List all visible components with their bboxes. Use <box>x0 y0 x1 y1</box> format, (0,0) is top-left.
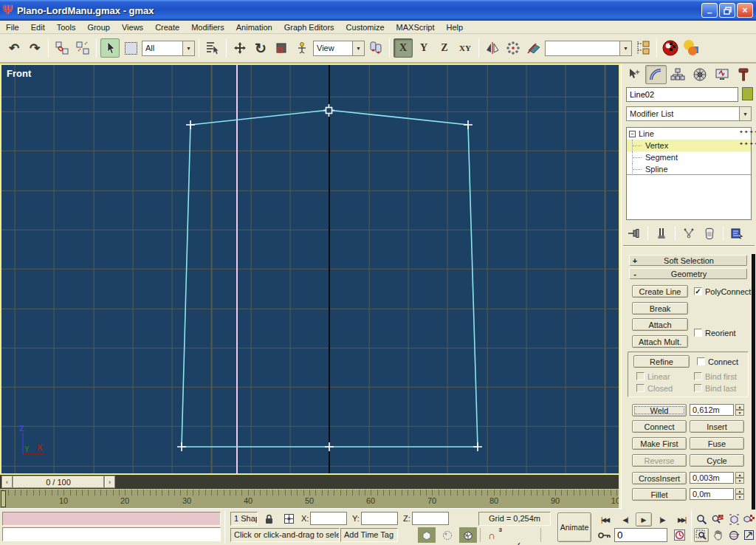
spinner-up-icon[interactable]: ▲ <box>735 472 744 478</box>
viewport-canvas[interactable]: Front X <box>1 65 619 473</box>
absolute-offset-mode-toggle[interactable] <box>281 512 297 526</box>
show-end-result-button[interactable] <box>652 225 671 241</box>
tab-display[interactable] <box>711 65 733 84</box>
maxscript-listener-pink-line[interactable] <box>2 512 221 526</box>
previous-frame-button[interactable]: ◀| <box>617 513 633 527</box>
refine-button[interactable]: Refine <box>633 355 690 368</box>
go-to-start-button[interactable]: |◀◀ <box>595 513 614 527</box>
attach-button[interactable]: Attach <box>632 318 688 331</box>
pin-stack-button[interactable] <box>625 225 644 241</box>
reference-coordinate-system-dropdown[interactable]: View ▼ <box>313 41 365 56</box>
snap-toggle-3d[interactable]: ∩3 <box>483 527 501 543</box>
restore-button[interactable] <box>719 3 735 18</box>
weld-button[interactable]: Weld <box>632 404 687 417</box>
current-frame-input[interactable] <box>614 528 667 542</box>
select-and-scale-button[interactable] <box>272 38 291 58</box>
select-and-rotate-button[interactable]: ↻ <box>251 38 270 58</box>
break-button[interactable]: Break <box>632 302 688 315</box>
selected-vertex-marker[interactable] <box>323 104 334 117</box>
selection-lock-toggle[interactable] <box>261 512 277 526</box>
polyconnect-checkbox[interactable]: ✓ <box>694 287 702 295</box>
time-slider-handle[interactable]: 0 / 100 <box>13 476 104 488</box>
z-coordinate-input[interactable] <box>412 512 449 525</box>
material-navigator-button[interactable] <box>661 38 680 58</box>
refine-connect-checkbox[interactable] <box>697 357 705 366</box>
collapse-icon[interactable]: − <box>629 131 636 137</box>
play-animation-button[interactable]: ▶ <box>636 513 652 527</box>
menu-animation[interactable]: Animation <box>230 22 278 32</box>
select-by-name-button[interactable] <box>203 38 222 58</box>
selection-filter-dropdown[interactable]: All ▼ <box>142 41 195 56</box>
weld-threshold-field[interactable]: 0,612m <box>690 404 734 416</box>
zoom-extents-button[interactable] <box>726 513 741 527</box>
rollout-scrollbar[interactable] <box>752 254 755 510</box>
restrict-z-button[interactable]: Z <box>435 38 454 58</box>
front-viewport[interactable]: Front X <box>0 64 620 475</box>
spinner-up-icon[interactable]: ▲ <box>735 404 744 410</box>
cycle-button[interactable]: Cycle <box>690 454 744 467</box>
menu-help[interactable]: Help <box>441 22 470 32</box>
menu-maxscript[interactable]: MAXScript <box>391 22 441 32</box>
add-time-tag[interactable]: Add Time Tag <box>340 528 398 542</box>
next-frame-button[interactable]: |▶ <box>654 513 670 527</box>
menu-customize[interactable]: Customize <box>340 22 391 32</box>
x-coordinate-input[interactable] <box>310 512 347 525</box>
zoom-all-button[interactable] <box>710 513 725 527</box>
make-first-button[interactable]: Make First <box>632 437 687 450</box>
restrict-y-button[interactable]: Y <box>414 38 433 58</box>
y-coordinate-input[interactable] <box>361 512 398 525</box>
zoom-extents-all-button[interactable] <box>741 513 756 527</box>
spinner-down-icon[interactable]: ▼ <box>735 410 744 416</box>
menu-group[interactable]: Group <box>81 22 116 32</box>
insert-button[interactable]: Insert <box>690 420 744 433</box>
configure-modifier-sets-button[interactable] <box>727 225 746 241</box>
tab-create[interactable] <box>623 65 645 84</box>
set-key-mode-button[interactable] <box>595 528 613 542</box>
maxscript-listener-white-line[interactable] <box>2 527 221 541</box>
attach-mult-button[interactable]: Attach Mult. <box>632 335 688 348</box>
menu-create[interactable]: Create <box>149 22 185 32</box>
reorient-checkbox[interactable] <box>694 329 702 337</box>
tab-modify[interactable] <box>645 65 667 84</box>
close-button[interactable]: × <box>737 3 753 18</box>
tab-motion[interactable] <box>689 65 711 84</box>
rectangular-selection-region-button[interactable] <box>121 38 140 58</box>
create-line-button[interactable]: Create Line <box>632 285 688 298</box>
dotted-shade-toggle[interactable] <box>439 527 456 543</box>
menu-views[interactable]: Views <box>116 22 149 32</box>
cross-insert-button[interactable]: CrossInsert <box>632 472 687 484</box>
track-bar-frame-marker[interactable] <box>1 490 6 507</box>
fillet-spinner[interactable]: ▲▼ <box>735 488 744 500</box>
menu-tools[interactable]: Tools <box>51 22 82 32</box>
stack-item-vertex[interactable]: Vertex ✦✦✦✦ <box>627 140 751 151</box>
menu-graph-editors[interactable]: Graph Editors <box>278 22 340 32</box>
menu-file[interactable]: File <box>0 22 25 32</box>
zoom-region-button[interactable] <box>694 528 709 542</box>
track-bar[interactable]: 10 20 30 40 50 60 70 80 90 100 <box>0 489 619 508</box>
named-selection-sets-dropdown[interactable]: ▼ <box>545 41 632 56</box>
draft-quality-toggle[interactable] <box>418 527 436 543</box>
object-name-input[interactable] <box>626 87 738 102</box>
animate-button[interactable]: Animate <box>557 513 591 542</box>
weld-threshold-spinner[interactable]: ▲▼ <box>735 404 744 416</box>
select-and-move-button[interactable] <box>230 38 250 58</box>
fillet-button[interactable]: Fillet <box>632 488 687 501</box>
select-and-manipulate-button[interactable] <box>292 38 312 58</box>
array-button[interactable] <box>504 38 523 58</box>
select-object-button[interactable] <box>100 38 120 58</box>
pan-view-button[interactable] <box>710 528 725 542</box>
stack-item-line[interactable]: − Line ✦✦✦✦ <box>627 128 751 140</box>
unlink-selection-button[interactable] <box>73 38 92 58</box>
undo-button[interactable]: ↶ <box>4 38 24 58</box>
select-and-link-button[interactable] <box>52 38 72 58</box>
spinner-up-icon[interactable]: ▲ <box>735 488 744 494</box>
time-slider-next-button[interactable]: › <box>104 476 115 488</box>
align-button[interactable] <box>524 38 543 58</box>
mirror-button[interactable] <box>483 38 502 58</box>
cross-insert-spinner[interactable]: ▲▼ <box>735 472 744 484</box>
fuse-button[interactable]: Fuse <box>690 437 744 450</box>
menu-edit[interactable]: Edit <box>25 22 51 32</box>
cross-insert-field[interactable]: 0,003m <box>690 472 734 484</box>
modifier-list-dropdown[interactable]: Modifier List ▼ <box>626 106 752 121</box>
restrict-xy-plane-button[interactable]: XY <box>456 38 475 58</box>
